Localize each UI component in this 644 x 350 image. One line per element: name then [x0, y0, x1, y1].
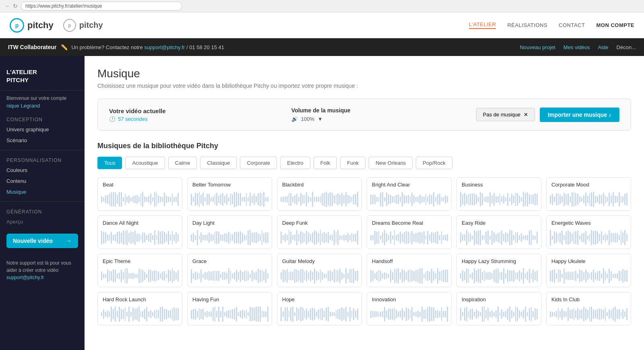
import-music-button[interactable]: Importer une musique ♪ [540, 108, 619, 122]
music-card-title: Guitar Melody [277, 254, 361, 267]
logo-text-main: pitchy [27, 20, 54, 31]
filter-tab-funk[interactable]: Funk [340, 157, 365, 169]
music-card[interactable]: Energetic Waves [546, 215, 631, 249]
music-card[interactable]: Better Tomorrow [187, 177, 272, 211]
waveform [547, 190, 631, 210]
support-text: Un problème? Contactez notre support@pit… [72, 44, 224, 50]
music-card[interactable]: Epic Theme [97, 254, 182, 287]
filter-tab-new-orleans[interactable]: New Orleans [369, 157, 413, 169]
sidebar-item-couleurs[interactable]: Couleurs [0, 165, 85, 176]
music-card[interactable]: Hard Rock Launch [97, 292, 182, 325]
library-title: Musiques de la bibliothèque Pitchy [97, 142, 631, 150]
waveform [367, 228, 451, 249]
nav-realisations[interactable]: RÉALISATIONS [507, 22, 547, 28]
back-icon[interactable]: ← [5, 3, 10, 9]
music-card-title: Hope [277, 292, 361, 305]
sidebar-user: nique Legrand [0, 103, 85, 114]
music-card[interactable]: Dreams Become Real [367, 215, 452, 249]
filter-tab-classique[interactable]: Classique [200, 157, 237, 169]
sidebar-item-scenario[interactable]: Scénario [0, 135, 85, 146]
new-video-button[interactable]: Nouvelle vidéo → [6, 234, 78, 248]
music-card[interactable]: Inspiration [456, 292, 541, 325]
volume-control[interactable]: 🔊 100% ▼ [291, 116, 351, 122]
filter-tab-pop-rock[interactable]: Pop/Rock [416, 157, 452, 169]
music-card[interactable]: Happy Lazy Strumming [456, 254, 541, 287]
deconnect-link[interactable]: Décon... [617, 44, 636, 50]
volume-label: Volume de la musique [291, 107, 351, 114]
music-card[interactable]: Happy Ukulele [546, 254, 631, 287]
nav-atelier[interactable]: L'ATELIER [469, 21, 496, 29]
sidebar-section-generation: Génération [0, 206, 85, 216]
waveform [457, 190, 541, 210]
music-card-title: Handsoff [367, 254, 451, 267]
music-card[interactable]: Kids In Club [546, 292, 631, 325]
music-card-title: Epic Theme [98, 254, 182, 267]
music-card[interactable]: Deep Funk [277, 215, 362, 249]
clock-icon: 🕐 [109, 116, 116, 122]
mes-videos-link[interactable]: Mes vidéos [564, 44, 590, 50]
music-card-title: Happy Lazy Strumming [457, 254, 541, 267]
top-nav-links: L'ATELIER RÉALISATIONS CONTACT MON COMPT… [469, 21, 634, 29]
music-card[interactable]: Business [456, 177, 541, 211]
nav-contact[interactable]: CONTACT [559, 22, 585, 28]
sidebar-item-contenu[interactable]: Contenu [0, 176, 85, 186]
close-icon[interactable]: ✕ [524, 112, 528, 118]
waveform [547, 267, 631, 287]
waveform [98, 228, 182, 249]
nouveau-projet-link[interactable]: Nouveau projet [520, 44, 555, 50]
import-label: Importer une musique ♪ [548, 112, 611, 118]
main-content: Musique Choisissez une musique pour votr… [85, 56, 644, 350]
no-music-label: Pas de musique [483, 112, 520, 118]
music-card[interactable]: Having Fun [187, 292, 272, 325]
music-card[interactable]: Dance All Night [97, 215, 182, 249]
music-card[interactable]: Easy Ride [456, 215, 541, 249]
waveform [188, 190, 272, 210]
music-card-title: Inspiration [457, 292, 541, 305]
filter-tab-corporate[interactable]: Corporate [240, 157, 277, 169]
sidebar-item-univers[interactable]: Univers graphique [0, 124, 85, 135]
music-card[interactable]: Innovation [367, 292, 452, 325]
no-music-button[interactable]: Pas de musique ✕ [476, 108, 535, 121]
logo-pitchy-main[interactable]: p pitchy [10, 18, 54, 33]
music-card[interactable]: Guitar Melody [277, 254, 362, 287]
volume-dropdown-icon[interactable]: ▼ [318, 116, 323, 122]
music-card[interactable]: Hope [277, 292, 362, 325]
music-card-title: Dance All Night [98, 216, 182, 228]
music-card-title: Easy Ride [457, 216, 541, 228]
url-bar[interactable]: https://www.pitchy.fr/atelier/musique [21, 2, 182, 10]
music-card-title: Grace [188, 254, 272, 267]
music-card[interactable]: Blackbird [277, 177, 362, 211]
aide-link[interactable]: Aide [598, 44, 609, 50]
music-card[interactable]: Beat [97, 177, 182, 211]
music-card[interactable]: Bright And Clear [367, 177, 452, 211]
sidebar-support-email[interactable]: support@pitchy.fr [6, 275, 44, 280]
music-card-title: Business [457, 178, 541, 190]
filter-tab-calme[interactable]: Calme [168, 157, 197, 169]
support-email-link[interactable]: support@pitchy.fr [144, 44, 185, 50]
sidebar-item-apercu[interactable]: Aperçu [0, 216, 85, 227]
waveform [188, 305, 272, 325]
music-card-title: Blackbird [277, 178, 361, 190]
speaker-icon: 🔊 [291, 116, 298, 122]
sidebar-item-musique[interactable]: Musique [0, 186, 85, 197]
filter-tab-acoustique[interactable]: Acoustique [125, 157, 165, 169]
browser-bar: ← ↻ https://www.pitchy.fr/atelier/musiqu… [0, 0, 644, 12]
logo-pitchy-secondary[interactable]: p pitchy [63, 19, 103, 32]
nav-mon-compte[interactable]: MON COMPTE [596, 22, 634, 28]
music-card[interactable]: Handsoff [367, 254, 452, 287]
edit-icon[interactable]: ✏️ [61, 44, 68, 50]
filter-tab-tous[interactable]: Tous [97, 157, 122, 169]
filter-tab-folk[interactable]: Folk [314, 157, 337, 169]
new-video-arrow-icon: → [66, 238, 72, 244]
logo-icon-main: p [10, 18, 24, 33]
waveform [277, 190, 361, 210]
filter-tab-electro[interactable]: Electro [280, 157, 310, 169]
music-card-title: Dreams Become Real [367, 216, 451, 228]
music-card[interactable]: Grace [187, 254, 272, 287]
music-card[interactable]: Corporate Mood [546, 177, 631, 211]
refresh-icon[interactable]: ↻ [13, 3, 18, 9]
music-card-title: Kids In Club [547, 292, 631, 305]
project-name[interactable]: ITW Collaborateur [8, 44, 57, 50]
music-card-title: Innovation [367, 292, 451, 305]
music-card[interactable]: Day Light [187, 215, 272, 249]
